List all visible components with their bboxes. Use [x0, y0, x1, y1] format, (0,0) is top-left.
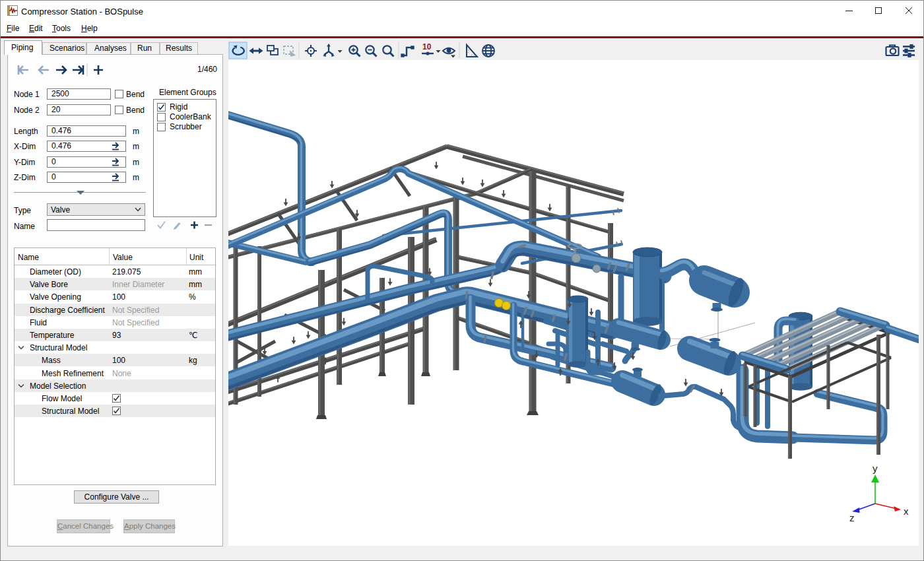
svg-text:z: z	[849, 512, 855, 523]
svg-text:10: 10	[422, 42, 432, 51]
svg-text:x: x	[904, 506, 909, 517]
svg-text:y: y	[873, 463, 878, 474]
